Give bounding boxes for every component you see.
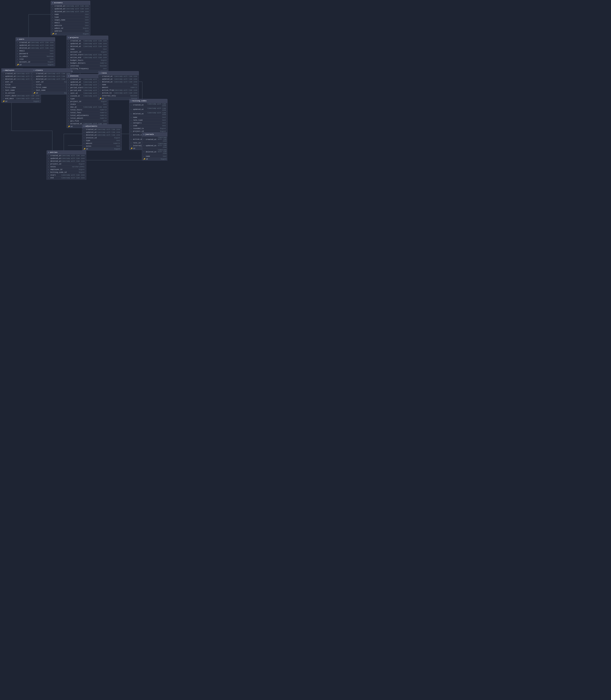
table-header-entries: ⊞entries <box>47 151 86 154</box>
field-row-users-password: ☐passwordtext <box>16 52 55 55</box>
field-row-billing_codes-rate_type: ☐rate_typetext <box>129 119 167 122</box>
field-icon: ☐ <box>68 40 70 42</box>
field-icon: ☐ <box>52 19 54 21</box>
field-name-notes: notes <box>86 145 91 147</box>
field-type-notes: varchar(2048) <box>72 166 85 168</box>
field-icon: ☐ <box>33 76 35 77</box>
field-icon: ☐ <box>17 50 19 52</box>
field-name-type: type <box>70 98 75 100</box>
field-row-rates-updated_at: ☐updated_attimestamp with time zone <box>98 78 139 80</box>
field-name-deleted_at: deleted_at <box>5 78 16 80</box>
field-type-email: text <box>85 22 89 24</box>
field-icon: ☐ <box>68 51 70 53</box>
field-name-created_at: created_at <box>86 128 96 131</box>
field-name-created_at: created_at <box>70 40 81 42</box>
field-row-projects-updated_at: ☐updated_attimestamp with time zone <box>67 42 108 45</box>
field-row-entries-notes: ☐notesvarchar(2048) <box>47 165 86 168</box>
field-icon: ☐ <box>144 151 145 153</box>
field-name-updated_at: updated_at <box>70 81 81 83</box>
field-name-name: name <box>146 155 150 157</box>
field-icon: ☐ <box>84 134 85 136</box>
field-type-start: timestamp with time zone <box>61 174 85 176</box>
field-row-users-deleted_at: ☐deleted_attimestamp with time zone <box>16 47 55 49</box>
field-name-id: id <box>5 101 7 102</box>
field-type-deleted_at: timestamp with time zone <box>114 81 137 83</box>
field-icon: ☐ <box>52 14 54 15</box>
field-icon: ☐ <box>131 113 132 115</box>
field-icon: ☐ <box>3 73 4 75</box>
field-type-role: text <box>50 58 54 60</box>
field-name-period_start: period_start <box>70 87 83 89</box>
field-icon: ☐ <box>68 48 70 50</box>
field-name-created_at: created_at <box>146 138 157 140</box>
field-row-accounts-email: ☐emailtext <box>51 21 90 24</box>
field-row-invoices-due_at: ☐due_attimestamp with time zone <box>67 106 108 109</box>
field-type-updated_at: timestamp with time zone <box>61 157 85 159</box>
field-row-users-account_id: ☐account_idbigint <box>16 61 55 63</box>
field-icon: ☐ <box>68 115 70 117</box>
field-icon: ☐ <box>33 87 35 89</box>
field-type-total_fees: numeric <box>100 112 107 113</box>
field-icon: ☐ <box>48 166 50 168</box>
field-row-journals-id: 🔑idbigint <box>142 158 167 161</box>
field-name-user_id: user_id <box>36 81 43 83</box>
field-name-internal: internal <box>70 65 79 67</box>
field-name-updated_at: updated_at <box>102 78 113 80</box>
field-type-updated_at: timestamp with time zone <box>65 8 89 10</box>
field-icon: ☐ <box>68 43 70 45</box>
field-row-invoices-project_id: ☐project_idbigint <box>67 100 108 103</box>
field-icon: ☐ <box>48 174 50 176</box>
field-row-users-created_at: ☐created_attimestamp with time zone <box>16 41 55 44</box>
field-name-type: type <box>55 16 59 18</box>
field-name-title: title <box>36 84 41 86</box>
field-name-total_amount: total_amount <box>70 117 83 119</box>
field-name-state: state <box>70 103 76 105</box>
field-name-rate_type: rate_type <box>133 119 143 121</box>
field-icon: ☐ <box>131 104 132 106</box>
field-name-amount: amount <box>86 142 92 144</box>
field-row-projects-active_end: ☐active_endtimestamp with time zone <box>67 56 108 59</box>
field-name-deleted_at: deleted_at <box>146 151 157 153</box>
field-icon: ☐ <box>68 60 70 61</box>
field-row-clients-id: 🔑idbigint <box>32 92 72 94</box>
field-row-adjustments-created_at: ☐created_attimestamp with time zone <box>82 128 121 131</box>
field-row-rates-active_from: ☐active_fromtimestamp with time zone <box>98 89 139 92</box>
field-icon: ☐ <box>48 155 50 157</box>
field-icon: ☐ <box>17 56 19 57</box>
field-name-deleted_at: deleted_at <box>55 11 65 13</box>
field-type-created_at: timestamp with time zone <box>96 129 120 131</box>
field-name-amount: amount <box>102 87 108 89</box>
table-title-clients: clients <box>35 69 43 71</box>
field-row-projects-budget_dollars: ☐budget_dollarsnumeric <box>67 62 108 64</box>
field-row-accounts-created_at: ☐created_attimestamp with time zone <box>51 5 90 7</box>
field-name-code: code <box>133 125 137 127</box>
field-type-end_date: timestamp with time zone <box>16 98 40 100</box>
field-name-email: email <box>55 22 60 24</box>
field-icon: ☐ <box>68 92 70 94</box>
field-name-updated_at: updated_at <box>146 145 157 147</box>
field-type-active_to: timestamp with time zone <box>114 92 137 94</box>
field-type-created_at: timestamp with time zone <box>83 40 107 42</box>
field-row-accounts-address: ☐addresstext <box>51 30 90 32</box>
field-name-start_date: start_date <box>5 95 16 97</box>
field-icon: ☐ <box>68 109 70 111</box>
field-type-due_at: timestamp with time zone <box>83 106 107 108</box>
field-type-name: text <box>85 14 89 15</box>
field-name-first_name: first_name <box>5 87 16 89</box>
field-row-employees-start_date: ☐start_datetimestamp with time zone <box>1 94 41 97</box>
field-type-active_from: timestamp with time zone <box>114 89 137 91</box>
field-name-type: type <box>86 140 90 141</box>
field-row-entries-start: ☐starttimestamp with time zone <box>47 174 86 177</box>
field-icon: ☐ <box>68 54 70 56</box>
field-icon: ☐ <box>48 161 50 162</box>
field-icon: ☐ <box>52 22 54 24</box>
field-type-gcs_file: text <box>103 120 107 122</box>
field-name-website: website <box>55 25 62 27</box>
field-name-id: id <box>146 158 148 160</box>
field-name-billing_frequency: billing_frequency <box>70 68 89 70</box>
field-type-internal_only: boolean <box>131 95 137 97</box>
field-type-rate_type: text <box>162 119 166 121</box>
field-type-id: bigint <box>83 33 89 35</box>
field-type-notes: text <box>116 145 120 147</box>
field-row-entries-billing_code_id: ☐billing_code_idbigint <box>47 171 86 174</box>
